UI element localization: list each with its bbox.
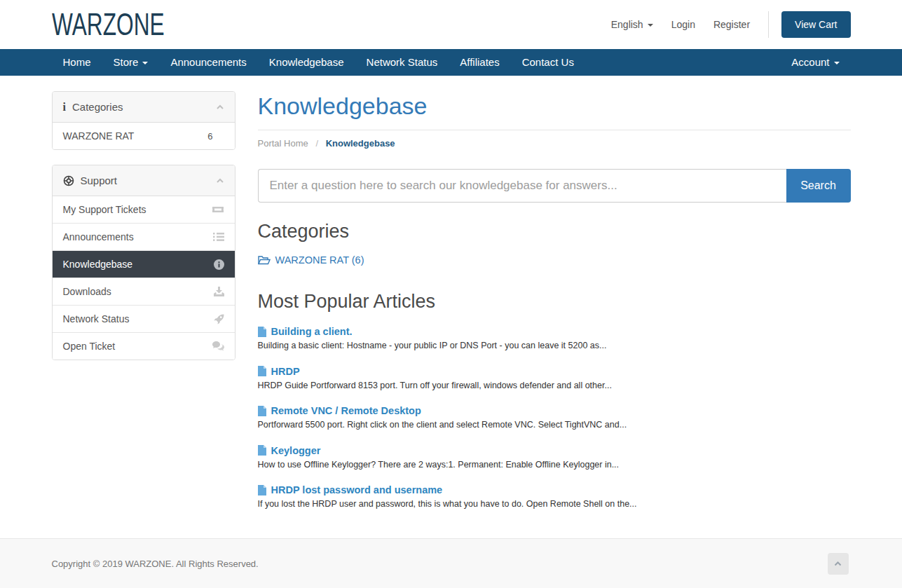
nav-item-home[interactable]: Home: [52, 49, 102, 76]
file-icon: [258, 406, 266, 416]
categories-panel-header[interactable]: i Categories: [53, 92, 235, 123]
chevron-up-icon[interactable]: [216, 177, 224, 185]
article-item: Keylogger How to use Offline Keylogger? …: [258, 445, 851, 472]
article-excerpt: HRDP Guide Portforward 8153 port. Turn o…: [258, 380, 851, 392]
breadcrumb-separator: /: [315, 138, 318, 149]
sidebar-item-announcements[interactable]: Announcements: [53, 223, 235, 250]
search-input[interactable]: [258, 169, 786, 203]
main-navbar: Home Store Announcements Knowledgebase N…: [0, 49, 902, 76]
article-item: HRDP lost password and username If you l…: [258, 484, 851, 511]
search-button[interactable]: Search: [786, 169, 851, 203]
article-link[interactable]: Remote VNC / Remote Desktop: [258, 405, 851, 416]
login-link[interactable]: Login: [671, 19, 695, 30]
list-icon: [213, 232, 224, 242]
article-link[interactable]: HRDP: [258, 366, 851, 377]
nav-item-announcements[interactable]: Announcements: [159, 49, 257, 76]
copyright-text: Copyright © 2019 WARZONE. All Rights Res…: [52, 559, 259, 569]
file-icon: [258, 445, 266, 456]
page-title: Knowledgebase: [258, 93, 851, 120]
sidebar-item-knowledgebase[interactable]: Knowledgebase: [53, 250, 235, 278]
sidebar-item-my-support-tickets[interactable]: My Support Tickets: [53, 196, 235, 223]
life-ring-icon: [63, 175, 74, 186]
footer: Copyright © 2019 WARZONE. All Rights Res…: [0, 538, 902, 588]
top-header: WARZONE English Login Register View Cart: [0, 0, 902, 49]
view-cart-button[interactable]: View Cart: [781, 11, 850, 38]
support-panel: Support My Support Tickets Announcements: [52, 165, 235, 360]
language-dropdown[interactable]: English: [611, 19, 653, 30]
info-icon: i: [63, 102, 66, 113]
categories-panel: i Categories WARZONE RAT 6: [52, 91, 235, 150]
article-item: Building a client. Building a basic clie…: [258, 326, 851, 353]
sidebar-item-downloads[interactable]: Downloads: [53, 278, 235, 305]
info-circle-icon: [214, 259, 224, 270]
sidebar: i Categories WARZONE RAT 6: [52, 91, 235, 375]
nav-item-knowledgebase[interactable]: Knowledgebase: [258, 49, 355, 76]
categories-panel-title: Categories: [72, 101, 123, 113]
article-excerpt: How to use Offline Keylogger? There are …: [258, 459, 851, 472]
rocket-icon: [214, 314, 224, 324]
nav-item-network-status[interactable]: Network Status: [355, 49, 449, 76]
knowledgebase-search: Search: [258, 169, 851, 203]
support-panel-header[interactable]: Support: [53, 165, 235, 196]
article-item: Remote VNC / Remote Desktop Portforward …: [258, 405, 851, 432]
sidebar-item-warzone-rat[interactable]: WARZONE RAT 6: [53, 123, 235, 149]
file-icon: [258, 366, 266, 376]
nav-item-affiliates[interactable]: Affiliates: [449, 49, 510, 76]
scroll-to-top-button[interactable]: [828, 553, 849, 575]
article-excerpt: Building a basic client: Hostname - your…: [258, 340, 851, 353]
nav-item-store[interactable]: Store: [102, 49, 160, 76]
article-link[interactable]: Building a client.: [258, 326, 851, 337]
article-link[interactable]: Keylogger: [258, 445, 851, 456]
chevron-down-icon: [142, 62, 148, 64]
sidebar-item-network-status[interactable]: Network Status: [53, 305, 235, 332]
comments-icon: [212, 341, 224, 351]
title-divider: [258, 130, 851, 130]
article-item: HRDP HRDP Guide Portforward 8153 port. T…: [258, 366, 851, 392]
ticket-icon: [212, 205, 224, 214]
chevron-down-icon: [834, 62, 840, 64]
nav-item-contact-us[interactable]: Contact Us: [511, 49, 585, 76]
folder-open-icon: [258, 255, 271, 265]
sidebar-item-open-ticket[interactable]: Open Ticket: [53, 332, 235, 360]
categories-heading: Categories: [258, 221, 851, 242]
chevron-up-icon[interactable]: [216, 103, 224, 111]
breadcrumb: Portal Home / Knowledgebase: [258, 138, 851, 149]
file-icon: [258, 327, 266, 337]
chevron-down-icon: [648, 24, 653, 27]
breadcrumb-portal-home[interactable]: Portal Home: [258, 138, 308, 149]
download-icon: [214, 287, 224, 296]
category-count: 6: [207, 131, 212, 142]
popular-articles-heading: Most Popular Articles: [258, 291, 851, 313]
article-link[interactable]: HRDP lost password and username: [258, 484, 851, 495]
category-link-warzone-rat[interactable]: WARZONE RAT (6): [258, 254, 851, 266]
header-divider: [768, 11, 769, 38]
article-excerpt: Portforward 5500 port. Right click on th…: [258, 419, 851, 432]
support-panel-title: Support: [81, 175, 118, 186]
breadcrumb-current[interactable]: Knowledgebase: [326, 138, 395, 149]
article-excerpt: If you lost the HRDP user and password, …: [258, 498, 851, 511]
register-link[interactable]: Register: [713, 19, 750, 30]
nav-item-account[interactable]: Account: [780, 49, 850, 76]
file-icon: [258, 485, 266, 495]
site-logo[interactable]: WARZONE: [52, 7, 165, 42]
main-content: Knowledgebase Portal Home / Knowledgebas…: [258, 91, 851, 511]
